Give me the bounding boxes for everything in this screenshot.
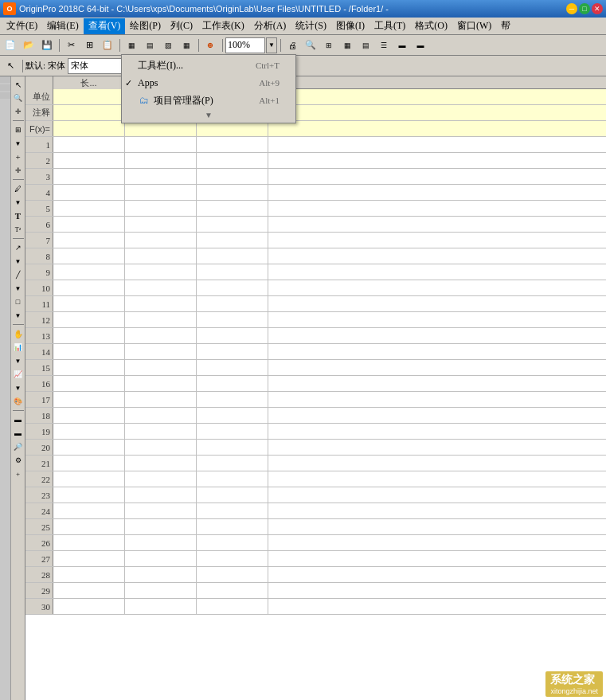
cell-17c[interactable] <box>197 392 268 407</box>
cell-29b[interactable] <box>125 583 197 598</box>
cell-30a[interactable] <box>53 599 125 614</box>
vt-hand[interactable]: ✋ <box>12 327 25 340</box>
cell-24a[interactable] <box>53 503 125 518</box>
vt-palette[interactable]: ▬ <box>12 413 25 426</box>
vt-extra1[interactable]: + <box>12 467 25 480</box>
cell-20a[interactable] <box>53 440 125 455</box>
cell-12a[interactable] <box>53 312 125 327</box>
vt-text[interactable]: T <box>12 209 25 222</box>
cell-17b[interactable] <box>125 392 197 407</box>
cell-14b[interactable] <box>125 344 197 359</box>
cell-9c[interactable] <box>197 264 268 280</box>
close-button[interactable]: ✕ <box>592 3 603 14</box>
cell-4a[interactable] <box>53 185 125 200</box>
minimize-button[interactable]: ─ <box>566 3 577 14</box>
menu-file[interactable]: 文件(E) <box>2 18 42 34</box>
cell-18b[interactable] <box>125 408 197 423</box>
cell-8a[interactable] <box>53 248 125 264</box>
cell-10b[interactable] <box>125 280 197 295</box>
cell-24b[interactable] <box>125 503 197 518</box>
cell-28a[interactable] <box>53 567 125 582</box>
cell-28b[interactable] <box>125 567 197 582</box>
vt-dn2[interactable]: ▼ <box>12 196 25 209</box>
toolbar-btn-extra3[interactable]: ▤ <box>357 37 374 54</box>
cell-21a[interactable] <box>53 456 125 471</box>
cell-19c[interactable] <box>197 424 268 439</box>
cell-8c[interactable] <box>197 248 268 264</box>
vt-zoom-in[interactable]: 🔍 <box>12 92 25 104</box>
menu-help[interactable]: 帮 <box>496 18 515 34</box>
cell-11a[interactable] <box>53 296 125 311</box>
grid-btn-3[interactable]: ▧ <box>159 37 177 54</box>
vt-brush[interactable]: 🖊 <box>12 182 25 195</box>
zoom-input[interactable]: 100% <box>225 37 265 53</box>
vt-rect[interactable]: □ <box>12 295 25 308</box>
cell-7c[interactable] <box>197 233 268 248</box>
cell-21b[interactable] <box>125 456 197 471</box>
cell-29c[interactable] <box>197 583 268 598</box>
zoom-dropdown-button[interactable]: ▼ <box>266 37 277 53</box>
open-button[interactable]: 📂 <box>20 37 37 54</box>
vt-color[interactable]: 🎨 <box>12 395 25 408</box>
print-preview-btn[interactable]: 🔍 <box>302 37 319 54</box>
cell-3c[interactable] <box>197 169 268 184</box>
cell-23c[interactable] <box>197 487 268 503</box>
vt-plus2[interactable]: ✛ <box>12 164 25 177</box>
menu-analysis[interactable]: 分析(A) <box>249 18 291 34</box>
cell-12b[interactable] <box>125 312 197 327</box>
menu-tools[interactable]: 工具(T) <box>369 18 410 34</box>
cut-button[interactable]: ✂ <box>62 37 80 54</box>
menu-image[interactable]: 图像(I) <box>331 18 369 34</box>
cell-4c[interactable] <box>197 185 268 200</box>
vt-add[interactable]: + <box>12 151 25 163</box>
cell-16a[interactable] <box>53 376 125 391</box>
menu-view[interactable]: 查看(V) <box>84 18 126 34</box>
grid-btn-4[interactable]: ▦ <box>178 37 195 54</box>
toolbar-btn-extra6[interactable]: ▬ <box>412 37 429 54</box>
cell-2b[interactable] <box>125 153 197 168</box>
cell-15c[interactable] <box>197 360 268 375</box>
cell-14a[interactable] <box>53 344 125 359</box>
cell-4b[interactable] <box>125 185 197 200</box>
cell-1c[interactable] <box>197 137 268 152</box>
vt-palette2[interactable]: ▬ <box>12 427 25 440</box>
origin-btn[interactable]: ⊕ <box>201 37 219 54</box>
vertical-label-1[interactable]: 标准工具 <box>0 76 10 83</box>
dd-item-apps[interactable]: ✓ Apps Alt+9 <box>122 74 295 92</box>
cell-22a[interactable] <box>53 471 125 487</box>
menu-edit[interactable]: 编辑(E) <box>42 18 83 34</box>
menu-statistics[interactable]: 统计(S) <box>291 18 331 34</box>
vt-dn4[interactable]: ▼ <box>12 282 25 295</box>
cell-19a[interactable] <box>53 424 125 439</box>
col-header-a[interactable]: 长... <box>53 76 125 89</box>
vertical-label-3[interactable]: 窗口管理 <box>0 92 10 99</box>
cell-15b[interactable] <box>125 360 197 375</box>
cell-24c[interactable] <box>197 503 268 518</box>
cell-19b[interactable] <box>125 424 197 439</box>
menu-window[interactable]: 窗口(W) <box>452 18 496 34</box>
cell-2c[interactable] <box>197 153 268 168</box>
cell-22b[interactable] <box>125 471 197 487</box>
cell-9b[interactable] <box>125 264 197 280</box>
cell-6b[interactable] <box>125 217 197 232</box>
save-button[interactable]: 💾 <box>38 37 56 54</box>
vt-line[interactable]: ╱ <box>12 268 25 281</box>
cell-3a[interactable] <box>53 169 125 184</box>
dd-item-project-manager[interactable]: 🗂 项目管理器(P) Alt+1 <box>122 92 295 109</box>
menu-format[interactable]: 格式(O) <box>410 18 452 34</box>
cell-30b[interactable] <box>125 599 197 614</box>
cell-26c[interactable] <box>197 535 268 550</box>
vt-arrow-tool[interactable]: ↗ <box>12 241 25 254</box>
grid-btn-2[interactable]: ▤ <box>141 37 158 54</box>
dd-item-toolbar[interactable]: 工具栏(I)... Ctrl+T <box>122 57 295 74</box>
cell-13b[interactable] <box>125 328 197 343</box>
cell-13a[interactable] <box>53 328 125 343</box>
cell-18c[interactable] <box>197 408 268 423</box>
print-btn[interactable]: 🖨 <box>283 37 301 54</box>
vt-dn6[interactable]: ▼ <box>12 354 25 367</box>
vt-move[interactable]: ✛ <box>12 105 25 118</box>
cell-10c[interactable] <box>197 280 268 295</box>
cell-9a[interactable] <box>53 264 125 280</box>
cell-5c[interactable] <box>197 201 268 216</box>
cell-5b[interactable] <box>125 201 197 216</box>
